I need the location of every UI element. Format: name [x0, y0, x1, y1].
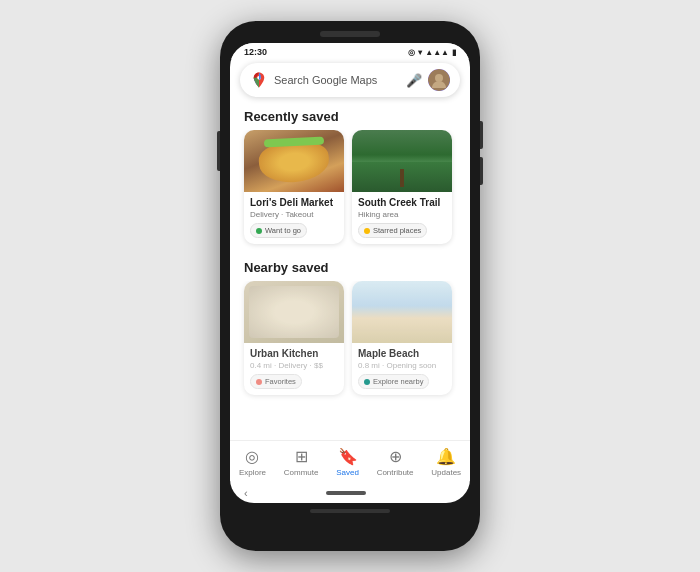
loris-deli-body: Lori's Deli Market Delivery · Takeout Wa…	[244, 192, 344, 244]
saved-label: Saved	[336, 468, 359, 477]
urban-kitchen-image	[244, 281, 344, 343]
recently-saved-cards: Lori's Deli Market Delivery · Takeout Wa…	[230, 130, 470, 254]
loris-deli-name: Lori's Deli Market	[250, 197, 338, 209]
loris-deli-subtitle: Delivery · Takeout	[250, 210, 338, 219]
nav-updates[interactable]: 🔔 Updates	[431, 447, 461, 477]
recently-saved-section: Recently saved Lori's Deli Market Delive…	[230, 103, 470, 254]
loris-deli-tag-label: Want to go	[265, 226, 301, 235]
green-dot-icon	[256, 228, 262, 234]
battery-status-icon: ▮	[452, 48, 456, 57]
explore-icon: ◎	[245, 447, 259, 466]
home-area: ‹	[230, 481, 470, 503]
south-creek-name: South Creek Trail	[358, 197, 446, 209]
maple-beach-tag-label: Explore nearby	[373, 377, 423, 386]
explore-label: Explore	[239, 468, 266, 477]
urban-kitchen-tag[interactable]: Favorites	[250, 374, 302, 389]
mic-icon[interactable]: 🎤	[406, 73, 422, 88]
power-button[interactable]	[217, 131, 220, 171]
updates-icon: 🔔	[436, 447, 456, 466]
contribute-icon: ⊕	[389, 447, 402, 466]
screen: 12:30 ◎ ▾ ▲▲▲ ▮ Search Google Maps 🎤	[230, 43, 470, 503]
urban-kitchen-body: Urban Kitchen 0.4 mi · Delivery · $$ Fav…	[244, 343, 344, 395]
signal-status-icon: ▲▲▲	[425, 48, 449, 57]
nearby-saved-section: Nearby saved Urban Kitchen 0.4 mi · Deli…	[230, 254, 470, 411]
home-indicator[interactable]	[326, 491, 366, 495]
south-creek-tag-label: Starred places	[373, 226, 421, 235]
maple-beach-tag[interactable]: Explore nearby	[358, 374, 429, 389]
nav-saved[interactable]: 🔖 Saved	[336, 447, 359, 477]
location-status-icon: ◎	[408, 48, 415, 57]
south-creek-subtitle: Hiking area	[358, 210, 446, 219]
nav-explore[interactable]: ◎ Explore	[239, 447, 266, 477]
south-creek-body: South Creek Trail Hiking area Starred pl…	[352, 192, 452, 244]
urban-kitchen-tag-label: Favorites	[265, 377, 296, 386]
south-creek-image	[352, 130, 452, 192]
maple-beach-subtitle: 0.8 mi · Opening soon	[358, 361, 446, 370]
maps-logo-icon	[250, 71, 268, 89]
maple-beach-card[interactable]: Maple Beach 0.8 mi · Opening soon Explor…	[352, 281, 452, 395]
search-input[interactable]: Search Google Maps	[274, 74, 400, 86]
bottom-button	[310, 509, 390, 513]
yellow-dot-icon	[364, 228, 370, 234]
pink-dot-icon	[256, 379, 262, 385]
commute-label: Commute	[284, 468, 319, 477]
loris-deli-image	[244, 130, 344, 192]
phone-frame: 12:30 ◎ ▾ ▲▲▲ ▮ Search Google Maps 🎤	[220, 21, 480, 551]
loris-deli-tag[interactable]: Want to go	[250, 223, 307, 238]
bottom-navigation: ◎ Explore ⊞ Commute 🔖 Saved ⊕ Contribute…	[230, 440, 470, 481]
maple-beach-name: Maple Beach	[358, 348, 446, 360]
updates-label: Updates	[431, 468, 461, 477]
maple-beach-body: Maple Beach 0.8 mi · Opening soon Explor…	[352, 343, 452, 395]
south-creek-tag[interactable]: Starred places	[358, 223, 427, 238]
south-creek-card[interactable]: South Creek Trail Hiking area Starred pl…	[352, 130, 452, 244]
nav-commute[interactable]: ⊞ Commute	[284, 447, 319, 477]
commute-icon: ⊞	[295, 447, 308, 466]
contribute-label: Contribute	[377, 468, 414, 477]
svg-point-2	[435, 74, 443, 82]
loris-deli-card[interactable]: Lori's Deli Market Delivery · Takeout Wa…	[244, 130, 344, 244]
urban-kitchen-card[interactable]: Urban Kitchen 0.4 mi · Delivery · $$ Fav…	[244, 281, 344, 395]
status-icons: ◎ ▾ ▲▲▲ ▮	[408, 48, 456, 57]
wifi-status-icon: ▾	[418, 48, 422, 57]
main-content: Recently saved Lori's Deli Market Delive…	[230, 103, 470, 440]
urban-kitchen-name: Urban Kitchen	[250, 348, 338, 360]
recently-saved-title: Recently saved	[230, 103, 470, 130]
urban-kitchen-subtitle: 0.4 mi · Delivery · $$	[250, 361, 338, 370]
back-button[interactable]: ‹	[244, 487, 248, 499]
nav-contribute[interactable]: ⊕ Contribute	[377, 447, 414, 477]
phone-bottom	[230, 509, 470, 513]
vol-up-button[interactable]	[480, 121, 483, 149]
maple-beach-image	[352, 281, 452, 343]
search-bar[interactable]: Search Google Maps 🎤	[240, 63, 460, 97]
saved-icon: 🔖	[338, 447, 358, 466]
user-avatar[interactable]	[428, 69, 450, 91]
speaker	[320, 31, 380, 37]
nearby-saved-cards: Urban Kitchen 0.4 mi · Delivery · $$ Fav…	[230, 281, 470, 405]
time-display: 12:30	[244, 47, 267, 57]
status-bar: 12:30 ◎ ▾ ▲▲▲ ▮	[230, 43, 470, 59]
teal-dot-icon	[364, 379, 370, 385]
vol-down-button[interactable]	[480, 157, 483, 185]
nearby-saved-title: Nearby saved	[230, 254, 470, 281]
